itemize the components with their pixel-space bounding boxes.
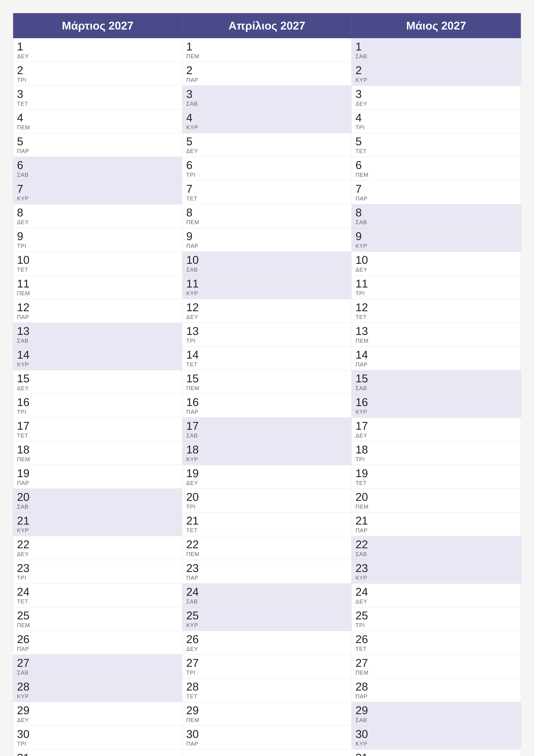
day-number: 12 (186, 302, 347, 313)
day-name: ΤΡΙ (17, 77, 178, 83)
day-cell-month2-day4: 4 ΤΡΙ (352, 109, 521, 133)
day-number: 11 (355, 278, 517, 289)
day-cell-month2-day9: 9 ΚΥΡ (352, 228, 521, 252)
day-number: 15 (186, 373, 347, 384)
day-cell-month1-day8: 8 ΠΕΜ (182, 204, 352, 228)
day-cell-month1-day10: 10 ΣΑΒ (182, 252, 352, 275)
day-cell-month0-day12: 12 ΠΑΡ (13, 299, 182, 323)
day-number: 24 (355, 586, 517, 597)
day-cell-month0-day28: 28 ΚΥΡ (13, 678, 182, 702)
day-number: 5 (186, 136, 347, 147)
day-cell-month1-day14: 14 ΤΕΤ (182, 346, 352, 370)
day-cell-month2-day7: 7 ΠΑΡ (352, 180, 521, 204)
day-number: 27 (17, 657, 178, 668)
day-name: ΚΥΡ (186, 456, 347, 463)
day-cell-month2-day28: 28 ΠΑΡ (352, 678, 521, 702)
day-cell-month1-day4: 4 ΚΥΡ (182, 109, 352, 133)
day-cell-month2-day14: 14 ΠΑΡ (352, 346, 521, 370)
day-cell-month1-day28: 28 ΤΕΤ (182, 678, 352, 702)
day-number: 8 (17, 207, 178, 218)
day-name: ΤΡΙ (186, 669, 347, 676)
day-name: ΠΕΜ (355, 669, 517, 676)
day-name: ΠΕΜ (186, 385, 347, 392)
day-number: 22 (355, 539, 517, 550)
day-number: 7 (17, 183, 178, 194)
calendar-grid: Μάρτιος 2027Απρίλιος 2027Μάιος 2027 1 ΔΕ… (13, 13, 521, 756)
day-number: 27 (186, 657, 347, 668)
day-number: 8 (186, 207, 347, 218)
day-name: ΠΕΜ (17, 290, 178, 297)
day-name: ΠΑΡ (17, 148, 178, 154)
day-number: 24 (17, 586, 178, 597)
day-name: ΤΡΙ (17, 409, 178, 415)
day-name: ΚΥΡ (17, 693, 178, 700)
day-number: 9 (355, 230, 517, 242)
day-number: 14 (17, 349, 178, 360)
day-cell-month1-day25: 25 ΚΥΡ (182, 607, 352, 631)
day-number: 23 (17, 562, 178, 574)
day-cell-month1-day27: 27 ΤΡΙ (182, 655, 352, 678)
day-name: ΣΑΒ (17, 172, 178, 178)
day-name: ΤΕΤ (17, 432, 178, 439)
day-name: ΤΡΙ (186, 338, 347, 344)
day-name: ΤΡΙ (186, 172, 347, 178)
day-name: ΚΥΡ (17, 195, 178, 202)
day-name: ΔΕΥ (186, 646, 347, 652)
day-cell-month0-day19: 19 ΠΑΡ (13, 465, 182, 489)
day-cell-month1-day6: 6 ΤΡΙ (182, 157, 352, 180)
day-cell-month2-day29: 29 ΣΑΒ (352, 702, 521, 726)
day-name: ΣΑΒ (186, 598, 347, 605)
day-number: 15 (17, 373, 178, 384)
day-number: 10 (355, 254, 517, 265)
day-number: 29 (17, 705, 178, 716)
day-cell-month0-day21: 21 ΚΥΡ (13, 512, 182, 536)
month-header-2: Μάιος 2027 (352, 13, 521, 38)
day-name: ΠΕΜ (186, 551, 347, 557)
day-cell-month2-day17: 17 ΔΕΥ (352, 418, 521, 441)
day-name: ΤΕΤ (186, 527, 347, 534)
day-number: 9 (186, 230, 347, 242)
day-number: 23 (355, 562, 517, 574)
day-number: 13 (17, 325, 178, 337)
day-cell-month0-day6: 6 ΣΑΒ (13, 157, 182, 180)
day-cell-month2-day20: 20 ΠΕΜ (352, 489, 521, 512)
day-cell-month1-day2: 2 ΠΑΡ (182, 62, 352, 86)
day-number: 19 (186, 468, 347, 479)
day-number: 3 (17, 88, 178, 99)
day-cell-month1-day29: 29 ΠΕΜ (182, 702, 352, 726)
day-number: 10 (186, 254, 347, 265)
day-number: 7 (355, 183, 517, 194)
day-cell-month0-day30: 30 ΤΡΙ (13, 726, 182, 749)
day-number: 1 (186, 41, 347, 52)
day-number: 18 (355, 444, 517, 455)
day-name: ΚΥΡ (355, 77, 517, 83)
day-name: ΣΑΒ (186, 266, 347, 273)
day-number: 24 (186, 586, 347, 597)
day-cell-month1-day11: 11 ΚΥΡ (182, 275, 352, 299)
day-name: ΠΑΡ (186, 77, 347, 83)
day-number: 19 (355, 468, 517, 479)
day-number: 3 (186, 88, 347, 99)
day-name: ΤΕΤ (355, 646, 517, 652)
day-name: ΤΡΙ (355, 124, 517, 131)
day-cell-month1-day3: 3 ΣΑΒ (182, 86, 352, 109)
day-number: 26 (17, 634, 178, 645)
day-number: 26 (355, 634, 517, 645)
day-number: 13 (355, 325, 517, 337)
day-cell-month2-day12: 12 ΤΕΤ (352, 299, 521, 323)
day-name: ΚΥΡ (186, 622, 347, 629)
day-cell-month2-day3: 3 ΔΕΥ (352, 86, 521, 109)
day-number: 18 (186, 444, 347, 455)
day-number: 25 (186, 610, 347, 621)
day-cell-month2-day21: 21 ΠΑΡ (352, 512, 521, 536)
day-cell-month1-day19: 19 ΔΕΥ (182, 465, 352, 489)
day-number: 31 (17, 752, 178, 756)
day-cell-month2-day24: 24 ΔΕΥ (352, 583, 521, 607)
day-number: 6 (355, 159, 517, 171)
day-cell-month2-day11: 11 ΤΡΙ (352, 275, 521, 299)
day-number: 31 (355, 752, 517, 756)
day-name: ΠΑΡ (186, 409, 347, 415)
day-number: 29 (355, 705, 517, 716)
day-name: ΣΑΒ (17, 338, 178, 344)
day-number: 2 (355, 65, 517, 76)
